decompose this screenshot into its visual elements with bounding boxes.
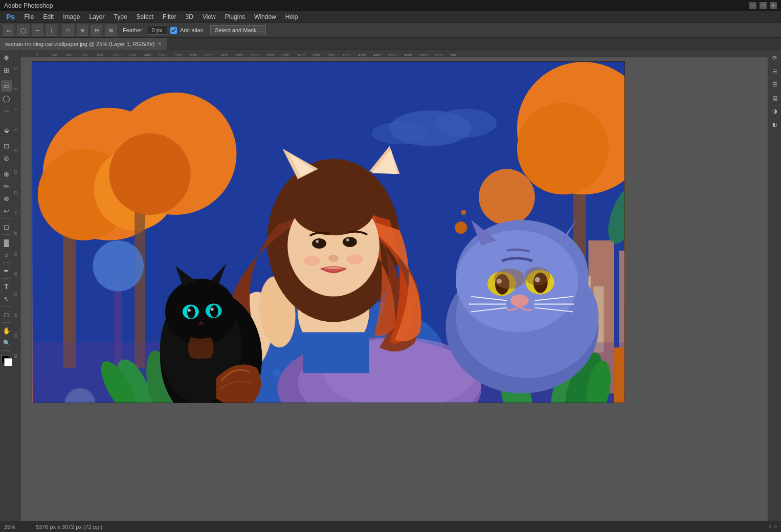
history-panel-btn[interactable]: ⟳ [769,52,780,63]
lasso-tool[interactable]: ⌒ [1,108,12,120]
path-select-tool[interactable]: ↖ [1,293,12,304]
svg-point-26 [455,221,467,234]
single-row-btn[interactable]: ─ [32,25,43,36]
properties-panel-btn[interactable]: ⊟ [769,65,780,77]
add-selection-btn[interactable]: ⊞ [77,25,88,36]
color-swatches[interactable] [1,355,12,366]
eraser-tool[interactable]: ◻ [1,221,12,232]
svg-point-72 [187,306,195,319]
quick-select-tool[interactable]: ⬙ [1,124,12,136]
tool-separator-6 [2,218,11,219]
clone-tool[interactable]: ⊗ [1,193,12,204]
close-button[interactable]: ✕ [770,2,777,9]
shape-tool[interactable]: □ [1,309,12,320]
svg-point-96 [494,269,525,289]
doc-tab[interactable]: woman-holding-cat-wallpaper.jpg @ 25% (L… [0,38,167,50]
canvas-area[interactable]: // Will be done inline 0 200 400 600 800… [13,50,768,521]
rect-select-btn[interactable]: ▭ [3,25,14,36]
svg-point-59 [343,237,357,247]
ellipse-select-btn[interactable]: ◯ [17,25,29,36]
tool-separator-2 [2,106,11,106]
svg-point-25 [479,169,535,225]
tool-separator-11 [2,322,11,323]
menu-filter[interactable]: Filter [159,12,181,21]
canvas-container[interactable] [20,57,768,521]
marquee-rect-tool[interactable]: ▭ [1,80,12,92]
tool-separator-9 [2,278,11,279]
tool-separator-12 [2,350,11,351]
doc-tab-bar: woman-holding-cat-wallpaper.jpg @ 25% (L… [0,38,781,50]
ps-logo[interactable]: Ps [2,12,19,22]
doc-tab-filename: woman-holding-cat-wallpaper.jpg @ 25% (L… [5,41,154,47]
title-bar-controls: — □ ✕ [749,2,777,9]
svg-point-89 [510,295,529,307]
pen-tool[interactable]: ✒ [1,265,12,276]
tool-separator-4 [2,138,11,138]
svg-point-63 [304,256,320,266]
right-panel: ⟳ ⊟ ☰ ▤ ◑ ◐ [768,50,781,521]
nav-left[interactable]: < [769,524,772,529]
menu-layer[interactable]: Layer [85,12,109,21]
anti-alias-checkbox[interactable] [170,27,177,34]
doc-tab-close[interactable]: ✕ [158,41,162,47]
new-selection-btn[interactable]: □ [62,25,74,36]
subtract-selection-btn[interactable]: ⊟ [91,25,102,36]
canvas-image [32,61,625,403]
svg-point-67 [165,279,237,345]
image-info: 5376 px x 3072 px (72 ppi) [36,524,763,530]
gradient-tool[interactable]: ▓ [1,237,12,248]
feather-label: Feather: [123,27,144,33]
layers-panel-btn[interactable]: ▤ [769,92,780,103]
select-and-mask-button[interactable]: Select and Mask... [210,25,266,35]
text-tool[interactable]: T [1,281,12,292]
svg-point-40 [273,369,281,377]
single-col-btn[interactable]: | [46,25,57,36]
feather-input[interactable] [147,26,167,35]
zoom-tool[interactable]: 🔍 [1,337,12,348]
maximize-button[interactable]: □ [760,2,767,9]
svg-point-64 [347,254,363,264]
menu-image[interactable]: Image [59,12,84,21]
adjustments-panel-btn[interactable]: ◐ [769,119,780,130]
marquee-ellipse-tool[interactable]: ◯ [1,93,12,104]
dodge-tool[interactable]: ○ [1,249,12,260]
menu-view[interactable]: View [198,12,220,21]
menu-type[interactable]: Type [110,12,131,21]
zoom-level: 25% [4,524,30,530]
svg-point-58 [312,238,326,249]
history-brush-tool[interactable]: ↩ [1,205,12,216]
menu-file[interactable]: File [20,12,38,21]
move-tool[interactable]: ✥ [1,52,12,63]
tool-separator-3 [2,122,11,122]
nav-arrows: < > [769,524,777,529]
tool-separator-7 [2,234,11,235]
artboard-tool[interactable]: ⊞ [1,64,12,76]
healing-tool[interactable]: ⊕ [1,168,12,180]
svg-point-75 [211,308,214,311]
nav-right[interactable]: > [774,524,777,529]
ruler-left: 0 2 4 6 8 10 12 14 16 18 20 22 24 26 28 [13,57,20,521]
brush-tool[interactable]: ✏ [1,181,12,192]
menu-select[interactable]: Select [132,12,158,21]
libraries-panel-btn[interactable]: ☰ [769,79,780,90]
svg-point-3 [435,109,497,138]
anti-alias-label: Anti-alias [180,27,203,33]
crop-tool[interactable]: ⊡ [1,140,12,151]
hand-tool[interactable]: ✋ [1,325,12,336]
eyedropper-tool[interactable]: ⊘ [1,152,12,164]
minimize-button[interactable]: — [749,2,756,9]
title-bar: Adobe Photoshop — □ ✕ [0,0,781,11]
background-color[interactable] [4,358,12,366]
menu-window[interactable]: Window [250,12,280,21]
menu-edit[interactable]: Edit [39,12,58,21]
channels-panel-btn[interactable]: ◑ [769,105,780,117]
ruler-corner [13,50,20,57]
menu-plugins[interactable]: Plugins [221,12,249,21]
menu-bar: Ps File Edit Image Layer Type Select Fil… [0,11,781,23]
menu-help[interactable]: Help [281,12,302,21]
menu-3d[interactable]: 3D [182,12,197,21]
intersect-selection-btn[interactable]: ⊠ [105,25,117,36]
illustration-svg [32,62,624,403]
svg-rect-50 [303,332,369,373]
workspace: ✥ ⊞ ▭ ◯ ⌒ ⬙ ⊡ ⊘ ⊕ ✏ ⊗ ↩ ◻ ▓ ○ ✒ T ↖ □ ✋ … [0,50,781,521]
